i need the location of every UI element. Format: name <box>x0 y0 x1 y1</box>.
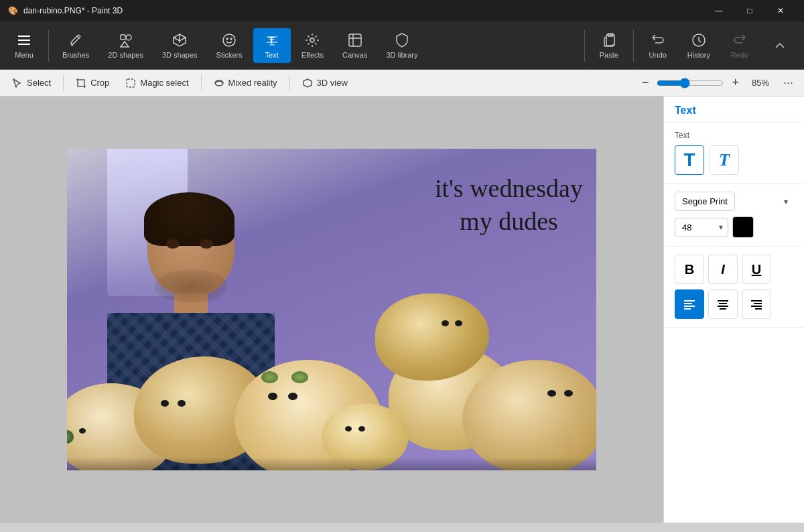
svg-marker-5 <box>121 42 129 47</box>
font-family-row: Segoe Print <box>675 192 793 211</box>
paste-button[interactable]: Paste <box>590 28 628 63</box>
zoom-slider[interactable] <box>657 78 724 88</box>
underline-button[interactable]: U <box>742 255 771 284</box>
font-select-wrapper: Segoe Print <box>675 192 793 211</box>
magic-select-label: Magic select <box>140 78 188 88</box>
svg-rect-26 <box>754 303 762 304</box>
zoom-percent: 85% <box>747 78 774 88</box>
align-center-button[interactable] <box>708 289 738 319</box>
text-3d-button[interactable]: T <box>710 145 739 175</box>
3dlibrary-label: 3D library <box>386 51 417 59</box>
svg-rect-1 <box>18 40 30 41</box>
app-icon: 🎨 <box>8 6 18 15</box>
svg-rect-27 <box>751 306 762 307</box>
select-button[interactable]: Select <box>5 75 58 91</box>
toolbar-divider-1 <box>48 29 49 62</box>
zoom-out-button[interactable]: − <box>638 74 653 91</box>
history-button[interactable]: History <box>679 28 718 63</box>
stickers-button[interactable]: Stickers <box>208 28 251 63</box>
svg-rect-3 <box>121 35 125 40</box>
size-select-wrapper: 48 <box>675 218 728 237</box>
font-section: Segoe Print 48 <box>664 184 804 247</box>
right-panel: Text Text T T Segoe Print <box>663 96 804 523</box>
svg-rect-2 <box>18 44 30 45</box>
minimize-button[interactable]: — <box>704 0 734 21</box>
text-type-section: Text T T <box>664 123 804 184</box>
menu-label: Menu <box>15 51 34 59</box>
sec-divider-2 <box>201 75 202 91</box>
italic-button[interactable]: I <box>708 255 738 284</box>
toolbar-divider-3 <box>633 29 634 62</box>
zoom-control: − + 85% ··· <box>638 74 799 91</box>
window-controls: — □ ✕ <box>704 0 796 21</box>
effects-label: Effects <box>302 51 324 59</box>
3dshapes-label: 3D shapes <box>162 51 198 59</box>
svg-point-8 <box>230 38 232 40</box>
more-options-button[interactable]: ··· <box>778 74 799 91</box>
maximize-button[interactable]: □ <box>734 0 765 21</box>
undo-button[interactable]: Undo <box>639 28 677 63</box>
text-button[interactable]: T Text <box>253 28 291 63</box>
panel-title: Text <box>664 96 804 123</box>
svg-rect-11 <box>349 34 361 46</box>
redo-label: Redo <box>731 51 748 59</box>
canvas-image: it's wednesday my dudes <box>67 149 596 470</box>
canvas-container: it's wednesday my dudes <box>67 149 596 470</box>
canvas-area[interactable]: it's wednesday my dudes <box>0 96 663 523</box>
align-right-button[interactable] <box>742 289 771 319</box>
meme-text: it's wednesday my dudes <box>435 172 583 239</box>
svg-rect-25 <box>751 300 762 302</box>
main-toolbar: Menu Brushes 2D shapes 3D shapes Sticker… <box>0 21 804 70</box>
format-row: B I U <box>675 255 793 284</box>
canvas-label: Canvas <box>342 51 367 59</box>
svg-rect-21 <box>718 300 728 302</box>
svg-rect-24 <box>720 308 726 310</box>
3dlibrary-button[interactable]: 3D library <box>378 28 425 63</box>
bottom-scrollbar[interactable] <box>0 523 804 532</box>
svg-point-6 <box>223 34 235 46</box>
svg-rect-17 <box>684 300 695 302</box>
svg-rect-20 <box>684 308 691 310</box>
mixed-reality-label: Mixed reality <box>228 78 277 88</box>
brushes-button[interactable]: Brushes <box>54 28 97 63</box>
canvas-button[interactable]: Canvas <box>334 28 375 63</box>
text-flat-button[interactable]: T <box>675 145 704 175</box>
svg-rect-22 <box>719 303 727 304</box>
magic-select-button[interactable]: Magic select <box>119 75 195 91</box>
color-swatch[interactable] <box>732 216 754 238</box>
sec-divider-3 <box>289 75 290 91</box>
font-family-select[interactable]: Segoe Print <box>675 192 735 211</box>
svg-point-4 <box>126 35 131 40</box>
bottom-shadow <box>67 457 596 470</box>
font-size-select[interactable]: 48 <box>675 218 728 237</box>
meme-text-line2: my dudes <box>435 205 583 238</box>
redo-button[interactable]: Redo <box>721 28 758 63</box>
menu-button[interactable]: Menu <box>5 28 43 63</box>
align-row <box>675 289 793 319</box>
align-left-button[interactable] <box>675 289 704 319</box>
2dshapes-label: 2D shapes <box>108 51 143 59</box>
paste-label: Paste <box>600 51 618 59</box>
3dview-button[interactable]: 3D view <box>295 75 354 91</box>
bold-button[interactable]: B <box>675 255 704 284</box>
meme-text-line1: it's wednesday <box>435 172 583 205</box>
effects-button[interactable]: Effects <box>293 28 332 63</box>
select-label: Select <box>27 78 51 88</box>
main-area: it's wednesday my dudes <box>0 96 804 523</box>
mixed-reality-button[interactable]: Mixed reality <box>207 75 284 91</box>
svg-point-7 <box>226 38 228 40</box>
2dshapes-button[interactable]: 2D shapes <box>100 28 151 63</box>
svg-rect-19 <box>684 306 695 307</box>
collapse-button[interactable] <box>761 34 799 58</box>
svg-rect-15 <box>127 79 135 87</box>
3dshapes-button[interactable]: 3D shapes <box>154 28 206 63</box>
crop-button[interactable]: Crop <box>69 75 116 91</box>
undo-label: Undo <box>649 51 667 59</box>
zoom-in-button[interactable]: + <box>728 74 743 91</box>
text-label: Text <box>265 51 279 59</box>
close-button[interactable]: ✕ <box>765 0 796 21</box>
svg-rect-18 <box>684 303 692 304</box>
toolbar-divider-2 <box>584 29 585 62</box>
text-style-row: T T <box>675 145 793 175</box>
title-bar: 🎨 dan-rubino.PNG* - Paint 3D — □ ✕ <box>0 0 804 21</box>
